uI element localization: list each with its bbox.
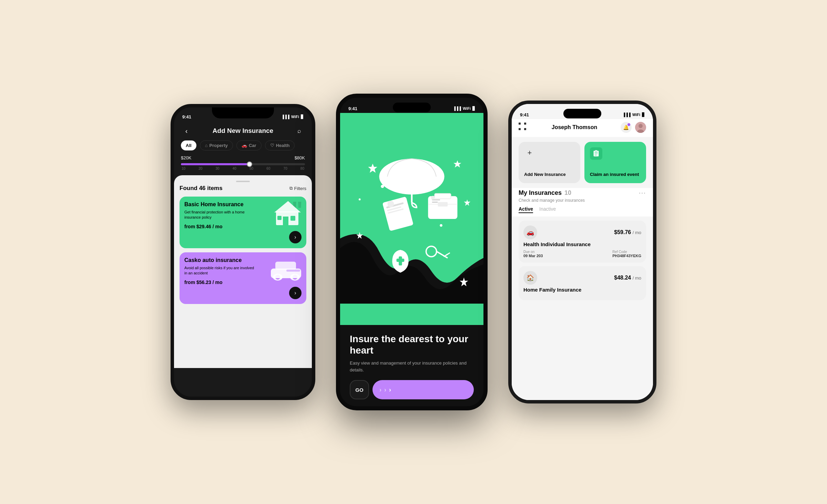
svg-rect-16: [435, 193, 451, 199]
notification-bell-icon[interactable]: 🔔: [621, 122, 632, 133]
back-button[interactable]: ‹: [181, 125, 192, 136]
health-item-footer: Due on 09 Mar 203 Ref Code PH348F43YEKG: [523, 250, 641, 258]
notification-badge: [627, 123, 630, 126]
phone3-header: Joseph Thomson 🔔: [512, 119, 653, 137]
filter-tab-property[interactable]: ⌂ Property: [200, 140, 233, 150]
auto-insurance-title: Casko auto insurance: [184, 257, 255, 263]
search-button[interactable]: ⌕: [294, 125, 305, 136]
filter-tab-health[interactable]: ♡ Health: [265, 140, 295, 150]
tab-active[interactable]: Active: [519, 206, 533, 213]
health-item-price: $59.76 / mo: [614, 229, 641, 235]
svg-rect-39: [594, 151, 599, 157]
more-options-icon[interactable]: ···: [639, 189, 646, 197]
health-price-unit: / mo: [633, 230, 641, 235]
phone1-header: ‹ Add New Insurance ⌕: [174, 123, 312, 140]
insurance-tabs: Active Inactive: [519, 206, 646, 213]
user-avatar[interactable]: [635, 122, 646, 133]
tick-10: 10: [182, 167, 185, 170]
filter-tabs: All ⌂ Property 🚗 Car ♡ Health: [174, 140, 312, 155]
grid-menu-icon[interactable]: [519, 123, 528, 132]
phone1-content: 9:41 ▐▐▐ WiFi ▊ ‹ Add New Insurance ⌕ Al…: [174, 107, 312, 397]
grid-dot-3: [519, 128, 521, 130]
hero-text-area: Insure the dearest to your heart Easy vi…: [340, 325, 483, 406]
plus-icon: +: [528, 148, 532, 157]
svg-point-33: [440, 224, 442, 227]
health-item-name: Health Individual Insurance: [523, 241, 641, 247]
health-due-field: Due on 09 Mar 203: [523, 250, 543, 258]
health-ref-field: Ref Code PH348F43YEKG: [612, 250, 641, 258]
insurance-item-home[interactable]: 🏠 $48.24 / mo Home Family Insurance: [519, 266, 646, 300]
range-ticks: 10 20 30 40 50 60 70 80: [181, 165, 305, 170]
my-insurances-subtitle: Check and manage your insurances: [519, 198, 646, 203]
my-insurances-title-group: My Insurances 10: [519, 189, 571, 197]
filter-tab-car[interactable]: 🚗 Car: [236, 140, 262, 150]
go-button[interactable]: GO: [350, 380, 369, 399]
status-icons-3: ▐▐▐ WiFi ▊: [622, 113, 645, 117]
add-insurance-card[interactable]: + Add New Insurance: [519, 142, 580, 183]
home-price-unit: / mo: [633, 275, 641, 281]
quick-actions: + Add New Insurance Claim an: [512, 137, 653, 188]
grid-dot-4: [524, 128, 526, 130]
phones-container: 9:41 ▐▐▐ WiFi ▊ ‹ Add New Insurance ⌕ Al…: [0, 0, 827, 504]
my-insurances-count: 10: [564, 189, 571, 197]
health-label: Health: [276, 143, 290, 148]
notch-1: [212, 107, 274, 118]
range-max: $80K: [295, 155, 305, 160]
status-time-2: 9:41: [348, 106, 357, 111]
health-item-icon: 🚗: [523, 225, 537, 239]
svg-rect-40: [595, 150, 597, 151]
auto-insurance-arrow[interactable]: ›: [289, 287, 302, 299]
claim-event-card[interactable]: Claim an insured event: [584, 142, 646, 183]
insurance-card-auto[interactable]: Casko auto insurance Avoid all possible …: [180, 252, 306, 304]
hero-green-area: [340, 113, 483, 325]
insurance-item-health[interactable]: 🚗 $59.76 / mo Health Individual Insuranc…: [519, 221, 646, 263]
status-time-3: 9:41: [520, 112, 529, 117]
insurance-item-health-top: 🚗 $59.76 / mo: [523, 225, 641, 239]
wifi-icon-2: WiFi: [463, 106, 471, 111]
phone-2: 9:41 ▐▐▐ WiFi ▊: [336, 94, 488, 410]
hero-description: Easy view and management of your insuran…: [350, 360, 474, 373]
svg-point-34: [381, 185, 384, 188]
home-insurance-title: Basic Home Insurance: [184, 201, 255, 208]
scrollbar: [236, 181, 250, 182]
dynamic-island: [393, 103, 431, 112]
go-button-row: GO › › ›: [350, 380, 474, 399]
car-illustration: [269, 256, 304, 281]
insurance-card-home[interactable]: " Basic Home Insurance Get financial pro…: [180, 197, 306, 248]
svg-point-37: [639, 124, 643, 128]
filters-button[interactable]: ⧉ Filters: [289, 186, 306, 191]
signal-icon-3: ▐▐▐: [622, 113, 630, 117]
range-track[interactable]: [181, 163, 305, 165]
home-item-icon: 🏠: [523, 271, 537, 285]
property-label: Property: [209, 143, 227, 148]
battery-icon-2: ▊: [472, 106, 475, 111]
tick-30: 30: [216, 167, 219, 170]
health-ref-label: Ref Code: [612, 250, 641, 254]
wifi-icon-1: WiFi: [291, 115, 299, 119]
status-icons-1: ▐▐▐ WiFi ▊: [281, 115, 304, 119]
filter-icon: ⧉: [289, 186, 293, 191]
range-thumb[interactable]: [247, 161, 252, 167]
user-name: Joseph Thomson: [552, 124, 597, 130]
car-label: Car: [249, 143, 256, 148]
range-min: $20K: [181, 155, 191, 160]
health-ref-value: PH348F43YEKG: [612, 254, 641, 258]
tab-inactive[interactable]: Inactive: [539, 206, 556, 213]
svg-rect-18: [438, 202, 448, 207]
home-insurance-arrow[interactable]: ›: [289, 231, 302, 243]
clipboard-icon: [592, 150, 600, 157]
my-insurances-title: My Insurances: [519, 189, 562, 197]
filters-label: Filters: [294, 186, 306, 191]
chevron-2: ›: [384, 386, 386, 393]
claim-event-icon: [590, 147, 602, 160]
health-icon: ♡: [270, 143, 274, 148]
status-icons-2: ▐▐▐ WiFi ▊: [453, 106, 475, 111]
svg-rect-20: [432, 202, 438, 203]
my-insurances-header: My Insurances 10 ···: [519, 189, 646, 197]
filter-tab-all[interactable]: All: [181, 140, 196, 150]
header-icons: 🔔: [621, 122, 646, 133]
insurance-items-list: 🚗 $59.76 / mo Health Individual Insuranc…: [512, 217, 653, 304]
range-area: $20K $80K 10 20 30 40 50 60 70 80: [174, 155, 312, 175]
tick-20: 20: [198, 167, 202, 170]
go-track[interactable]: › › ›: [372, 380, 474, 399]
